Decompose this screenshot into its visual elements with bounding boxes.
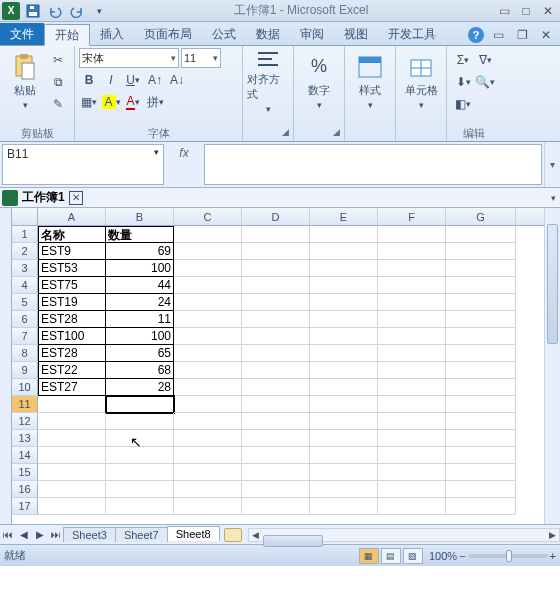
paste-button[interactable]: 粘贴 ▾ <box>4 48 46 114</box>
workbook-dropdown-icon[interactable]: ▾ <box>551 193 558 203</box>
number-button[interactable]: %数字▾ <box>298 48 340 114</box>
tab-nav-first-icon[interactable]: ⏮ <box>0 527 16 543</box>
view-normal-icon[interactable]: ▦ <box>359 548 379 564</box>
cell[interactable] <box>446 396 516 413</box>
tab-insert[interactable]: 插入 <box>90 23 134 45</box>
column-header[interactable]: D <box>242 208 310 225</box>
cell[interactable] <box>310 277 378 294</box>
cell[interactable] <box>242 447 310 464</box>
column-header[interactable]: B <box>106 208 174 225</box>
cell[interactable] <box>38 430 106 447</box>
cell[interactable] <box>242 481 310 498</box>
maximize-button[interactable]: □ <box>516 3 536 19</box>
cell[interactable]: 11 <box>106 311 174 328</box>
cell[interactable] <box>174 226 242 243</box>
cell[interactable] <box>174 362 242 379</box>
workbook-close-icon[interactable]: ✕ <box>69 191 83 205</box>
cell[interactable] <box>174 396 242 413</box>
row-header[interactable]: 9 <box>12 362 38 379</box>
cell[interactable] <box>446 430 516 447</box>
zoom-value[interactable]: 100% <box>429 550 457 562</box>
scroll-left-icon[interactable]: ◀ <box>249 530 263 540</box>
cell[interactable] <box>174 481 242 498</box>
cell[interactable]: EST28 <box>38 345 106 362</box>
cell[interactable] <box>378 294 446 311</box>
cell[interactable] <box>310 345 378 362</box>
cell[interactable] <box>310 260 378 277</box>
cell[interactable] <box>38 498 106 515</box>
cell[interactable] <box>106 447 174 464</box>
cell[interactable]: EST19 <box>38 294 106 311</box>
cell[interactable] <box>242 396 310 413</box>
cell[interactable] <box>310 413 378 430</box>
cell[interactable] <box>174 345 242 362</box>
cell[interactable] <box>446 311 516 328</box>
tab-home[interactable]: 开始 <box>44 24 90 46</box>
cell[interactable] <box>38 396 106 413</box>
horizontal-scrollbar[interactable]: ◀ ▶ <box>248 528 560 542</box>
column-header[interactable]: F <box>378 208 446 225</box>
cell[interactable] <box>310 481 378 498</box>
zoom-slider[interactable] <box>468 554 548 558</box>
row-header[interactable]: 8 <box>12 345 38 362</box>
cell[interactable] <box>378 260 446 277</box>
fill-color-button[interactable]: A▾ <box>101 92 121 112</box>
font-size-combo[interactable]: 11▾ <box>181 48 221 68</box>
row-header[interactable]: 14 <box>12 447 38 464</box>
tab-file[interactable]: 文件 <box>0 23 44 45</box>
tab-nav-next-icon[interactable]: ▶ <box>32 527 48 543</box>
minimize-button[interactable]: ▭ <box>494 3 514 19</box>
cell[interactable] <box>310 243 378 260</box>
cell[interactable] <box>378 464 446 481</box>
cell[interactable] <box>174 379 242 396</box>
cell[interactable] <box>378 447 446 464</box>
cell[interactable] <box>446 362 516 379</box>
clear-icon[interactable]: ◧▾ <box>453 94 473 114</box>
cell[interactable] <box>242 328 310 345</box>
cell[interactable] <box>242 498 310 515</box>
tab-review[interactable]: 审阅 <box>290 23 334 45</box>
tab-data[interactable]: 数据 <box>246 23 290 45</box>
cell[interactable] <box>446 328 516 345</box>
align-dialog-icon[interactable]: ◢ <box>282 127 289 137</box>
cell[interactable] <box>38 413 106 430</box>
sheet-tab-2[interactable]: Sheet7 <box>115 527 168 542</box>
cell[interactable] <box>310 396 378 413</box>
column-header[interactable]: A <box>38 208 106 225</box>
cell[interactable]: 名称 <box>38 226 106 243</box>
cell[interactable] <box>242 379 310 396</box>
cell[interactable]: 数量 <box>106 226 174 243</box>
cell[interactable] <box>174 328 242 345</box>
border-button[interactable]: ▦▾ <box>79 92 99 112</box>
zoom-in-icon[interactable]: + <box>550 550 556 562</box>
cell[interactable] <box>106 396 174 413</box>
increase-font-icon[interactable]: A↑ <box>145 70 165 90</box>
cell[interactable] <box>174 430 242 447</box>
cell[interactable]: 69 <box>106 243 174 260</box>
cell[interactable] <box>310 498 378 515</box>
row-header[interactable]: 17 <box>12 498 38 515</box>
cell[interactable] <box>446 260 516 277</box>
cell[interactable] <box>38 481 106 498</box>
cell[interactable]: EST75 <box>38 277 106 294</box>
fx-icon[interactable]: fx <box>164 142 204 187</box>
cell[interactable] <box>446 464 516 481</box>
font-color-button[interactable]: A▾ <box>123 92 143 112</box>
cell[interactable] <box>38 447 106 464</box>
row-header[interactable]: 12 <box>12 413 38 430</box>
underline-button[interactable]: U▾ <box>123 70 143 90</box>
cell[interactable] <box>446 226 516 243</box>
select-all-corner[interactable] <box>12 208 38 225</box>
cell[interactable]: 100 <box>106 328 174 345</box>
formula-input[interactable] <box>204 144 542 185</box>
cell[interactable] <box>242 464 310 481</box>
cell[interactable] <box>378 226 446 243</box>
cell[interactable] <box>242 294 310 311</box>
app-icon[interactable]: X <box>2 2 20 20</box>
row-header[interactable]: 3 <box>12 260 38 277</box>
mdi-close-icon[interactable]: ✕ <box>536 25 556 45</box>
row-header[interactable]: 4 <box>12 277 38 294</box>
scrollbar-thumb[interactable] <box>263 535 323 547</box>
cell[interactable] <box>106 481 174 498</box>
row-header[interactable]: 6 <box>12 311 38 328</box>
